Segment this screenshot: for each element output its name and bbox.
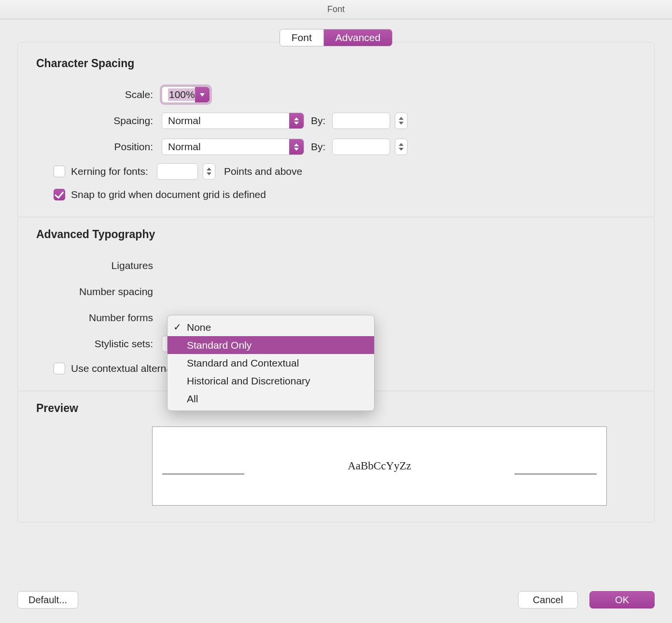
position-by-input[interactable] [332, 139, 390, 155]
spacing-by-stepper[interactable] [395, 113, 407, 129]
title-bar: Font [0, 0, 672, 19]
preview-box: AaBbCcYyZz [152, 426, 607, 506]
preview-underline-right [515, 474, 597, 474]
kerning-input[interactable] [157, 163, 198, 180]
chevrons-icon [289, 139, 304, 155]
snap-to-grid-checkbox[interactable] [54, 189, 65, 200]
ligatures-option[interactable]: Standard Only [168, 336, 374, 354]
ligatures-option[interactable]: Standard and Contextual [168, 354, 374, 372]
dialog-footer: Default... Cancel OK [0, 591, 672, 609]
chevron-down-icon [195, 87, 210, 102]
check-icon: ✓ [173, 321, 182, 333]
stylistic-sets-label: Stylistic sets: [36, 338, 162, 350]
tab-advanced[interactable]: Advanced [323, 29, 392, 46]
advanced-typography-heading: Advanced Typography [36, 228, 636, 241]
advanced-panel: Character Spacing Scale: 100% Spacing: N… [17, 42, 655, 523]
number-forms-label: Number forms [36, 312, 162, 324]
ligatures-option-label: Standard Only [187, 340, 252, 351]
ligatures-dropdown-menu[interactable]: ✓NoneStandard OnlyStandard and Contextua… [167, 315, 375, 411]
number-spacing-label: Number spacing [36, 286, 162, 297]
cancel-button[interactable]: Cancel [518, 591, 578, 609]
divider [18, 217, 654, 217]
position-combo[interactable]: Normal [162, 139, 304, 155]
ligatures-option-label: Historical and Discretionary [187, 375, 310, 387]
spacing-value: Normal [168, 115, 201, 127]
position-label: Position: [36, 141, 162, 153]
ligatures-option-label: Standard and Contextual [187, 357, 299, 369]
scale-combo[interactable]: 100% [162, 86, 210, 103]
preview-sample-text: AaBbCcYyZz [348, 460, 411, 472]
window-title: Font [327, 4, 345, 14]
kerning-checkbox[interactable] [54, 166, 65, 177]
kerning-suffix: Points and above [224, 166, 302, 177]
tab-font[interactable]: Font [280, 29, 323, 46]
ligatures-option[interactable]: All [168, 390, 374, 408]
spacing-by-input[interactable] [332, 113, 390, 129]
kerning-stepper[interactable] [203, 163, 215, 180]
scale-value: 100% [168, 88, 196, 101]
kerning-label: Kerning for fonts: [71, 166, 148, 177]
ligatures-option-label: None [187, 322, 211, 333]
contextual-alternatives-checkbox[interactable] [54, 363, 65, 374]
character-spacing-heading: Character Spacing [36, 57, 636, 70]
scale-label: Scale: [36, 89, 162, 100]
ligatures-option[interactable]: ✓None [168, 318, 374, 336]
spacing-combo[interactable]: Normal [162, 113, 304, 129]
ligatures-option-label: All [187, 393, 198, 405]
preview-underline-left [162, 474, 244, 474]
position-by-label: By: [311, 141, 325, 153]
default-button[interactable]: Default... [17, 591, 78, 609]
position-value: Normal [168, 141, 201, 153]
ligatures-label: Ligatures [36, 260, 162, 271]
snap-to-grid-label: Snap to grid when document grid is defin… [71, 189, 266, 200]
ligatures-option[interactable]: Historical and Discretionary [168, 372, 374, 390]
ok-button[interactable]: OK [589, 591, 655, 609]
chevrons-icon [289, 113, 304, 128]
spacing-by-label: By: [311, 115, 325, 127]
spacing-label: Spacing: [36, 115, 162, 127]
content-area: Font Advanced Character Spacing Scale: 1… [0, 19, 672, 523]
position-by-stepper[interactable] [395, 139, 407, 155]
